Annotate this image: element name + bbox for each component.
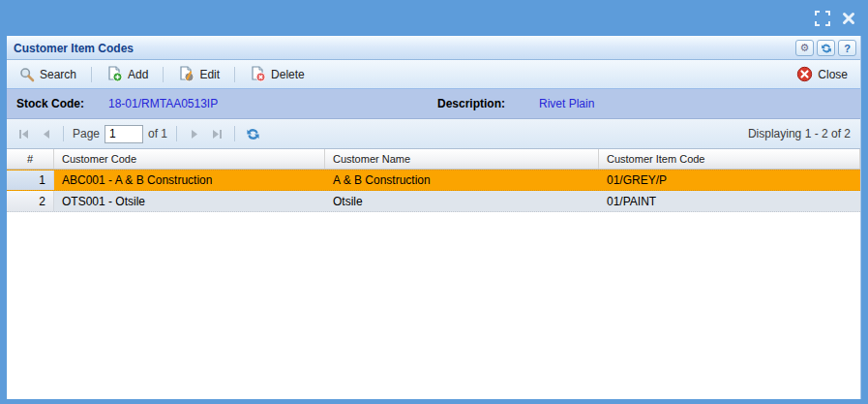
- edit-button[interactable]: Edit: [173, 63, 224, 85]
- column-header-customer-code[interactable]: Customer Code: [54, 149, 325, 169]
- delete-button-label: Delete: [271, 68, 305, 81]
- paging-separator: [176, 126, 177, 141]
- grid-empty-area: [7, 212, 860, 399]
- toolbar: Search Add: [7, 60, 860, 89]
- customer-code-cell: OTS001 - Otsile: [54, 191, 325, 211]
- panel-title: Customer Item Codes: [14, 42, 795, 55]
- displaying-status: Displaying 1 - 2 of 2: [748, 127, 853, 140]
- description-value: Rivet Plain: [539, 97, 594, 110]
- panel-header-tools: ⚙ ?: [795, 40, 856, 56]
- search-button[interactable]: Search: [15, 64, 81, 85]
- description-label: Description:: [437, 97, 539, 110]
- help-icon[interactable]: ?: [838, 40, 856, 56]
- page-of-label: of 1: [148, 127, 167, 140]
- edit-button-label: Edit: [199, 68, 220, 81]
- panel-header: Customer Item Codes ⚙ ?: [7, 36, 860, 60]
- stock-code-value: 18-01/RMTAA0513IP: [108, 97, 437, 110]
- close-icon: [796, 66, 813, 82]
- customer-item-codes-grid: # Customer Code Customer Name Customer I…: [7, 149, 860, 399]
- table-row[interactable]: 2 OTS001 - Otsile Otsile 01/PAINT: [7, 191, 860, 212]
- row-number-cell: 1: [7, 171, 54, 190]
- paging-separator: [63, 126, 64, 141]
- toolbar-separator: [234, 67, 235, 82]
- delete-button[interactable]: Delete: [245, 63, 310, 85]
- search-icon: [19, 67, 35, 82]
- close-window-icon[interactable]: [840, 10, 856, 26]
- refresh-grid-icon[interactable]: [244, 125, 261, 142]
- stock-code-label: Stock Code:: [7, 97, 108, 110]
- add-button-label: Add: [128, 68, 148, 81]
- info-bar: Stock Code: 18-01/RMTAA0513IP Descriptio…: [7, 89, 860, 119]
- customer-item-code-cell: 01/GREY/P: [599, 171, 860, 190]
- column-header-customer-name[interactable]: Customer Name: [325, 149, 599, 169]
- titlebar: [0, 0, 868, 36]
- table-row[interactable]: 1 ABC001 - A & B Construction A & B Cons…: [7, 170, 860, 191]
- customer-item-codes-window: Customer Item Codes ⚙ ?: [7, 36, 861, 399]
- page-label: Page: [73, 127, 100, 140]
- refresh-icon[interactable]: [817, 40, 835, 56]
- column-header-customer-item-code[interactable]: Customer Item Code: [599, 149, 860, 169]
- next-page-icon[interactable]: [186, 125, 203, 142]
- edit-icon: [178, 66, 195, 82]
- customer-name-cell: A & B Construction: [325, 171, 599, 190]
- paging-toolbar: Page of 1 Displaying 1 - 2 of 2: [7, 119, 860, 149]
- gear-icon[interactable]: ⚙: [795, 40, 814, 56]
- last-page-icon[interactable]: [208, 125, 225, 142]
- customer-item-code-cell: 01/PAINT: [599, 191, 860, 211]
- customer-code-cell: ABC001 - A & B Construction: [54, 171, 325, 190]
- prev-page-icon[interactable]: [37, 125, 54, 142]
- row-number-cell: 2: [7, 191, 54, 211]
- search-button-label: Search: [40, 68, 76, 81]
- first-page-icon[interactable]: [15, 125, 32, 142]
- add-button[interactable]: Add: [102, 63, 153, 85]
- add-icon: [106, 66, 123, 82]
- page-number-input[interactable]: [105, 125, 143, 143]
- close-button[interactable]: Close: [792, 63, 853, 85]
- toolbar-separator: [163, 67, 164, 82]
- customer-name-cell: Otsile: [325, 191, 599, 211]
- column-header-number[interactable]: #: [7, 149, 54, 169]
- delete-icon: [250, 66, 266, 82]
- maximize-icon[interactable]: [814, 10, 830, 26]
- toolbar-separator: [91, 67, 92, 82]
- close-button-label: Close: [818, 68, 848, 81]
- grid-header: # Customer Code Customer Name Customer I…: [7, 149, 860, 170]
- paging-separator: [234, 126, 235, 141]
